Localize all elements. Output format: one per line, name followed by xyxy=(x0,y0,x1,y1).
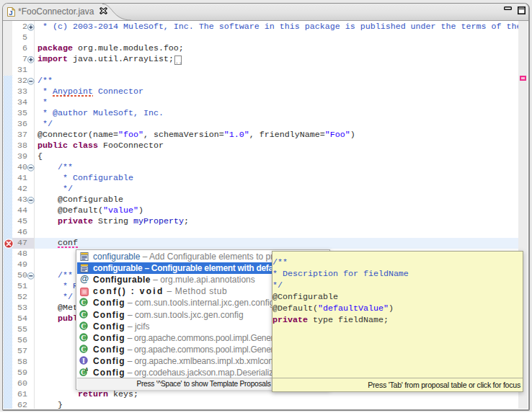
svg-text:I: I xyxy=(82,356,85,364)
svg-text:C: C xyxy=(81,345,86,352)
svg-text:J: J xyxy=(9,9,12,17)
svg-text:C: C xyxy=(81,310,86,318)
svg-text:C: C xyxy=(81,333,86,341)
svg-text:C: C xyxy=(81,321,86,329)
svg-text:@: @ xyxy=(80,275,89,283)
svg-text:C: C xyxy=(81,298,86,306)
svg-text:A: A xyxy=(85,368,88,372)
